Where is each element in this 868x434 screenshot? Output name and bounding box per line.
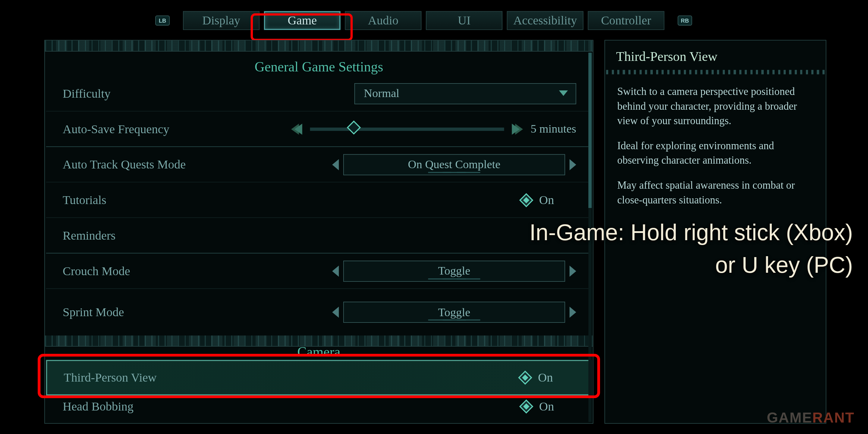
row-third-person-view[interactable]: Third-Person View On (46, 360, 592, 396)
cycle-autotrack[interactable]: On Quest Complete (343, 154, 565, 175)
scrollbar-thumb[interactable] (588, 53, 592, 208)
settings-panel: General Game Settings Difficulty Normal … (44, 40, 593, 424)
info-title: Third-Person View (605, 40, 826, 70)
info-p2: Ideal for exploring environments and obs… (617, 138, 813, 168)
label-sprint: Sprint Mode (63, 305, 277, 319)
tab-bar: LB Display Game Audio UI Accessibility C… (0, 0, 868, 30)
row-autosave[interactable]: Auto-Save Frequency 5 minutes (46, 112, 592, 147)
toggle-headbob[interactable]: On (521, 399, 554, 414)
toggle-tpv[interactable]: On (520, 370, 553, 385)
cycle-sprint[interactable]: Toggle (343, 302, 565, 323)
cycle-next-icon[interactable] (569, 159, 576, 170)
label-tpv: Third-Person View (64, 370, 276, 385)
row-tutorials[interactable]: Tutorials On (46, 182, 592, 218)
info-ornament (606, 70, 825, 74)
diamond-on-icon (519, 193, 533, 207)
info-body: Switch to a camera perspective positione… (605, 74, 826, 227)
tab-display[interactable]: Display (183, 11, 259, 30)
label-headbob: Head Bobbing (63, 399, 277, 414)
watermark-b: RANT (812, 409, 855, 426)
slider-value: 5 minutes (530, 122, 576, 136)
slider-arrow-left-icon[interactable] (294, 123, 302, 134)
lb-bumper[interactable]: LB (155, 16, 170, 26)
row-head-bobbing[interactable]: Head Bobbing On (46, 396, 592, 418)
cycle-prev-icon[interactable] (332, 159, 339, 170)
cycle-prev-icon[interactable] (332, 307, 339, 318)
cycle-next-icon[interactable] (569, 265, 576, 276)
watermark: GAMERANT (767, 409, 855, 427)
tab-ui[interactable]: UI (426, 11, 502, 30)
tab-game[interactable]: Game (264, 11, 341, 30)
toggle-tutorials[interactable]: On (521, 193, 554, 207)
chevron-down-icon (559, 90, 568, 96)
slider-arrow-right-icon[interactable] (512, 123, 520, 134)
diamond-on-icon (518, 371, 532, 385)
scrollbar[interactable] (588, 53, 592, 422)
dropdown-value: Normal (364, 87, 399, 100)
row-difficulty[interactable]: Difficulty Normal (46, 76, 592, 112)
toggle-value: On (538, 370, 553, 385)
tab-accessibility[interactable]: Accessibility (507, 11, 584, 30)
label-reminders: Reminders (63, 228, 576, 243)
panel-ornament-mid (45, 336, 593, 347)
cycle-prev-icon[interactable] (332, 265, 339, 276)
label-crouch: Crouch Mode (63, 264, 277, 278)
cycle-crouch[interactable]: Toggle (343, 260, 565, 281)
row-sprint[interactable]: Sprint Mode Toggle (46, 289, 592, 336)
section-title-general: General Game Settings (45, 52, 593, 76)
tab-audio[interactable]: Audio (345, 11, 421, 30)
info-p1: Switch to a camera perspective positione… (617, 84, 813, 129)
slider-thumb-icon[interactable] (347, 120, 361, 134)
info-p3: May affect spatial awareness in combat o… (617, 178, 813, 208)
toggle-value: On (539, 399, 554, 414)
label-difficulty: Difficulty (63, 86, 277, 101)
info-panel: Third-Person View Switch to a camera per… (604, 40, 827, 424)
dropdown-difficulty[interactable]: Normal (354, 83, 576, 104)
rb-bumper[interactable]: RB (678, 16, 692, 26)
panel-ornament-top (45, 40, 593, 52)
cycle-next-icon[interactable] (569, 307, 576, 318)
row-autotrack[interactable]: Auto Track Quests Mode On Quest Complete (46, 147, 592, 183)
label-autosave: Auto-Save Frequency (63, 122, 277, 136)
label-autotrack: Auto Track Quests Mode (63, 157, 277, 172)
row-reminders[interactable]: Reminders (46, 218, 592, 253)
slider-autosave[interactable]: 5 minutes (294, 122, 576, 136)
diamond-on-icon (519, 399, 533, 413)
row-crouch[interactable]: Crouch Mode Toggle (46, 253, 592, 289)
toggle-value: On (539, 193, 554, 207)
tab-controller[interactable]: Controller (588, 11, 664, 30)
label-tutorials: Tutorials (63, 193, 277, 207)
watermark-a: GAME (767, 409, 812, 426)
